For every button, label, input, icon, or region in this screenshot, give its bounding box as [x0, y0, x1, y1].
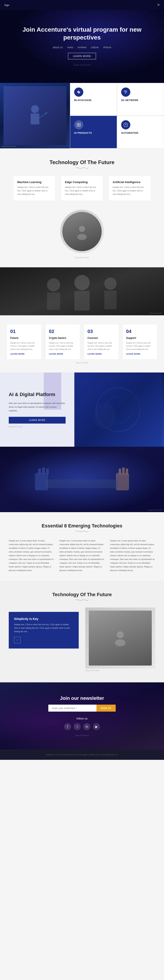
center-image-row	[13, 207, 151, 256]
emerging-text-3: Sample text. Lorem ipsum dolor sit amet,…	[110, 539, 155, 572]
svg-rect-26	[38, 469, 41, 475]
hero-nav-about[interactable]: about us	[53, 46, 63, 49]
ai-icon	[74, 120, 83, 129]
numbered-card-1: 01 Future Sample text. Click to select t…	[6, 324, 42, 360]
tech-hero-image: Image from Freepik	[0, 83, 70, 148]
svg-point-22	[94, 403, 116, 429]
svg-rect-28	[46, 469, 49, 475]
blockchain-icon	[74, 88, 83, 97]
svg-point-15	[74, 275, 90, 290]
tf2-next-button[interactable]: ›	[14, 637, 21, 643]
social-icons-row: f t in ▶	[9, 723, 155, 730]
robot-image	[0, 447, 164, 512]
num-title-1: Future	[10, 336, 38, 340]
wave-divider	[13, 167, 151, 169]
learn-more-2[interactable]: LEARN MORE	[49, 353, 77, 355]
ai-label: AI PRODUCTS	[74, 132, 92, 134]
feature-edge-computing: Edge Computing Sample text. Click to sel…	[61, 175, 103, 201]
svg-point-0	[31, 105, 39, 113]
svg-rect-1	[31, 113, 39, 124]
hero-nav-news[interactable]: news	[67, 46, 73, 49]
emerging-three-cols: Sample text. Lorem ipsum dolor sit amet,…	[9, 539, 155, 572]
svg-point-5	[78, 124, 79, 126]
ai-platform-content: AI & Digital Platform Duis aute irure do…	[0, 372, 74, 447]
svg-point-13	[47, 278, 60, 291]
logo: logo	[4, 3, 10, 7]
newsletter-bg	[0, 682, 164, 749]
num-text-4: Sample text. Click to select the text bo…	[126, 341, 154, 351]
robot-handshake-section: Image from Freepik	[0, 447, 164, 512]
svg-point-12	[77, 234, 87, 240]
hamburger-menu[interactable]: ≡	[158, 3, 160, 7]
navigation: logo ≡	[0, 0, 164, 10]
tech-grid-section: Image from Freepik BLOCKCHAIN 5G NETWORK	[0, 83, 164, 148]
person-circle-image	[60, 210, 104, 253]
tech-card-blockchain[interactable]: BLOCKCHAIN	[70, 83, 117, 116]
hero-nav: about us news reviews culture #future	[9, 46, 155, 49]
svg-rect-19	[74, 372, 162, 447]
num-text-1: Sample text. Click to select the text bo…	[10, 341, 38, 351]
wave-divider-2	[9, 530, 155, 532]
hero-section: Join Accenture's virtual program for new…	[0, 0, 164, 83]
ai-platform-text: Duis aute irure dolor in reprehenderit i…	[9, 401, 66, 412]
tech-card-5g[interactable]: 5G NETWORK	[117, 83, 164, 116]
num-text-2: Sample text. Click to select the text bo…	[49, 341, 77, 351]
newsletter-email-input[interactable]	[48, 705, 96, 711]
newsletter-title: Join our newsletter	[9, 695, 155, 701]
ml-text: Sample text. Click to select the text bo…	[17, 186, 51, 196]
num-badge-4: 04	[126, 329, 154, 334]
twitter-icon[interactable]: t	[74, 723, 81, 730]
robot-credit: Image from Freepik	[148, 509, 162, 511]
hero-learn-more-button[interactable]: LEARN MORE	[68, 53, 96, 59]
svg-rect-27	[42, 468, 45, 475]
hero-title: Join Accenture's virtual program for new…	[9, 26, 155, 42]
blockchain-label: BLOCKCHAIN	[74, 99, 92, 102]
num-title-2: Crypto basics	[49, 336, 77, 340]
hero-nav-culture[interactable]: culture	[91, 46, 99, 49]
learn-more-1[interactable]: LEARN MORE	[10, 353, 38, 355]
ai-title: Artificial Intelligence	[113, 180, 147, 184]
tf2-inner-grid: Simplicity Is Key Sample text. Click to …	[9, 608, 155, 671]
youtube-icon[interactable]: ▶	[93, 723, 100, 730]
tech-card-automation[interactable]: AUTOMATION	[117, 116, 164, 148]
numbered-card-2: 02 Crypto basics Sample text. Click to s…	[45, 324, 80, 360]
num-title-4: Support	[126, 336, 154, 340]
newsletter-signup-button[interactable]: SIGN UP	[96, 705, 116, 711]
learn-more-3[interactable]: LEARN MORE	[87, 353, 115, 355]
emerging-title: Essential 8 Emerging Technologies	[9, 523, 155, 529]
learn-more-4[interactable]: LEARN MORE	[126, 353, 154, 355]
ec-title: Edge Computing	[65, 180, 99, 184]
emerging-col-3: Sample text. Lorem ipsum dolor sit amet,…	[110, 539, 155, 572]
facebook-icon[interactable]: f	[64, 723, 71, 730]
ai-platform-title: AI & Digital Platform	[9, 391, 66, 398]
emerging-section: Essential 8 Emerging Technologies Sample…	[0, 512, 164, 581]
linkedin-icon[interactable]: in	[83, 723, 90, 730]
numbered-credit: Photo by Freepik	[6, 362, 158, 364]
tech-img-credit: Image from Freepik	[2, 145, 16, 147]
feature-machine-learning: Machine Learning Sample text. Click to s…	[13, 175, 56, 201]
ml-title: Machine Learning	[17, 180, 51, 184]
emerging-col-1: Sample text. Lorem ipsum dolor sit amet,…	[9, 539, 54, 572]
ec-text: Sample text. Click to select the text bo…	[65, 186, 99, 196]
tf2-card: Simplicity Is Key Sample text. Click to …	[9, 612, 79, 649]
tech-card-ai[interactable]: AI PRODUCTS	[70, 116, 117, 148]
ai-platform-learn-button[interactable]: LEARN MORE	[9, 417, 66, 423]
hero-image-credit: Images from Freepik	[9, 64, 155, 66]
automation-label: AUTOMATION	[121, 132, 138, 134]
tf2-credit: Image from Freepik	[85, 670, 155, 671]
hero-nav-future[interactable]: #future	[103, 46, 111, 49]
dark-meeting-section: Photo by Freepik	[0, 267, 164, 315]
tf2-person-image	[85, 608, 155, 668]
footer: Sample text. Click to select the text bo…	[0, 749, 164, 760]
footer-text: Sample text. Click to select the text bo…	[6, 753, 158, 756]
svg-point-17	[104, 278, 117, 290]
newsletter-credit: Image from Freepik	[9, 735, 155, 737]
automation-icon	[121, 120, 130, 129]
ai-text: Sample text. Click to select the text bo…	[113, 186, 147, 196]
tf2-card-title: Simplicity Is Key	[14, 617, 74, 620]
hero-nav-reviews[interactable]: reviews	[78, 46, 87, 49]
svg-point-35	[115, 640, 125, 646]
tf2-right-image: Image from Freepik	[85, 608, 155, 671]
svg-rect-16	[74, 291, 90, 310]
svg-rect-32	[126, 469, 128, 475]
